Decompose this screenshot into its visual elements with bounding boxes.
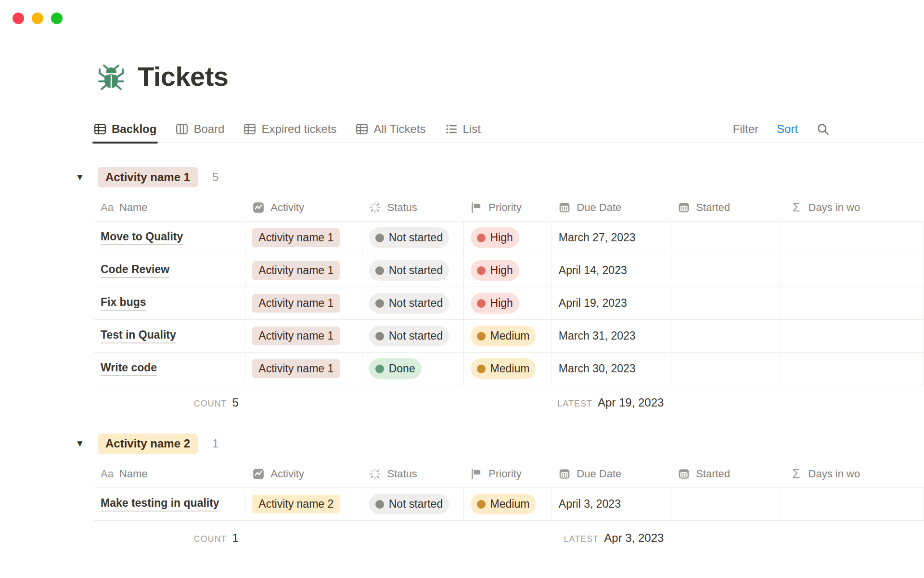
column-header-priority[interactable]: Priority [463,468,552,480]
column-header-days[interactable]: Σ Days in wo [781,201,924,214]
column-header-started[interactable]: Started [671,201,781,214]
column-header-status[interactable]: Status [362,201,463,214]
group-tag[interactable]: Activity name 2 [98,434,198,454]
priority-cell[interactable]: High [464,254,552,287]
status-cell[interactable]: Done [362,353,464,385]
count-aggregate[interactable]: COUNT 1 [94,531,245,545]
activity-cell[interactable]: Activity name 1 [245,254,362,287]
column-header-days[interactable]: Σ Days in wo [781,467,924,481]
ticket-name-link[interactable]: Move to Quality [101,230,183,245]
group-activity-name-2: ▼ Activity name 2 1 Aa Name Activity Sta… [0,433,924,555]
latest-aggregate[interactable]: LATEST Apr 19, 2023 [552,396,672,409]
due-date-cell[interactable]: March 30, 2023 [552,353,671,385]
minimize-button[interactable] [32,13,43,24]
table-icon [244,123,256,135]
activity-cell[interactable]: Activity name 2 [245,488,362,520]
activity-cell[interactable]: Activity name 1 [245,222,362,254]
ticket-row[interactable]: Code Review Activity name 1 Not started … [94,254,924,287]
started-cell[interactable] [671,222,781,254]
filter-button[interactable]: Filter [733,122,758,136]
sort-button[interactable]: Sort [777,122,798,136]
priority-dot [477,332,486,341]
column-header-name[interactable]: Aa Name [94,201,245,214]
started-cell[interactable] [671,488,781,520]
due-date-cell[interactable]: April 3, 2023 [552,488,671,520]
column-header-name[interactable]: Aa Name [94,468,245,480]
group-tag[interactable]: Activity name 1 [98,167,198,187]
ticket-name-link[interactable]: Make testing in quality [101,497,219,512]
zoom-button[interactable] [51,13,63,24]
column-header-priority[interactable]: Priority [463,201,552,214]
name-cell[interactable]: Write code [94,353,245,385]
days-in-work-cell[interactable] [781,353,924,385]
ticket-row[interactable]: Fix bugs Activity name 1 Not started Hig… [94,287,924,320]
column-header-due[interactable]: Due Date [552,468,671,480]
ticket-name-link[interactable]: Write code [101,361,157,376]
activity-icon [252,201,265,214]
started-cell[interactable] [671,353,781,385]
name-cell[interactable]: Move to Quality [94,222,245,254]
column-label: Activity [270,468,304,480]
due-date-cell[interactable]: March 31, 2023 [552,320,671,352]
close-button[interactable] [13,13,24,24]
activity-cell[interactable]: Activity name 1 [245,353,362,385]
collapse-toggle-icon[interactable]: ▼ [72,172,88,183]
status-cell[interactable]: Not started [362,488,464,520]
name-cell[interactable]: Code Review [94,254,245,287]
name-cell[interactable]: Fix bugs [94,287,245,319]
days-in-work-cell[interactable] [781,488,924,520]
group-header: ▼ Activity name 2 1 [0,433,924,455]
page-title[interactable]: Tickets [138,61,228,92]
days-in-work-cell[interactable] [781,222,924,254]
status-cell[interactable]: Not started [362,320,464,352]
calendar-icon [678,468,690,480]
status-cell[interactable]: Not started [362,222,464,254]
status-cell[interactable]: Not started [362,254,464,287]
priority-cell[interactable]: High [464,222,552,254]
column-header-activity[interactable]: Activity [245,201,362,214]
tab-backlog[interactable]: Backlog [94,116,156,143]
activity-cell[interactable]: Activity name 1 [245,287,362,319]
collapse-toggle-icon[interactable]: ▼ [72,438,88,449]
started-cell[interactable] [671,287,781,319]
table-header-row: Aa Name Activity Status Priority Due Dat… [94,194,924,222]
tab-expired-tickets[interactable]: Expired tickets [244,116,336,143]
column-header-started[interactable]: Started [671,468,781,480]
flag-icon [470,468,483,480]
column-header-status[interactable]: Status [362,468,463,480]
ticket-name-link[interactable]: Code Review [101,263,169,278]
due-date-cell[interactable]: April 14, 2023 [552,254,671,287]
days-in-work-cell[interactable] [781,320,924,352]
started-cell[interactable] [671,254,781,287]
ticket-row[interactable]: Make testing in quality Activity name 2 … [94,488,924,521]
priority-cell[interactable]: High [464,287,552,319]
column-header-due[interactable]: Due Date [552,201,671,214]
search-icon[interactable] [816,122,830,136]
priority-cell[interactable]: Medium [464,488,552,520]
name-cell[interactable]: Make testing in quality [94,488,245,520]
due-date-value: April 14, 2023 [559,264,627,277]
name-cell[interactable]: Test in Quality [94,320,245,352]
due-date-cell[interactable]: April 19, 2023 [552,287,671,319]
ticket-row[interactable]: Test in Quality Activity name 1 Not star… [94,320,924,353]
due-date-cell[interactable]: March 27, 2023 [552,222,671,254]
activity-cell[interactable]: Activity name 1 [245,320,362,352]
column-label: Status [387,468,417,480]
priority-cell[interactable]: Medium [464,320,552,352]
tab-all-tickets[interactable]: All Tickets [356,116,425,143]
ticket-name-link[interactable]: Test in Quality [101,328,176,343]
status-cell[interactable]: Not started [362,287,464,319]
column-header-activity[interactable]: Activity [245,468,362,480]
tab-board[interactable]: Board [176,116,224,143]
tab-list[interactable]: List [445,116,481,143]
count-aggregate[interactable]: COUNT 5 [94,396,245,409]
bug-icon[interactable] [97,63,125,91]
days-in-work-cell[interactable] [781,254,924,287]
priority-cell[interactable]: Medium [464,353,552,385]
started-cell[interactable] [671,320,781,352]
latest-aggregate[interactable]: LATEST Apr 3, 2023 [552,531,672,545]
ticket-name-link[interactable]: Fix bugs [101,296,146,311]
ticket-row[interactable]: Write code Activity name 1 Done Medium M… [94,353,924,385]
ticket-row[interactable]: Move to Quality Activity name 1 Not star… [94,222,924,254]
days-in-work-cell[interactable] [781,287,924,319]
